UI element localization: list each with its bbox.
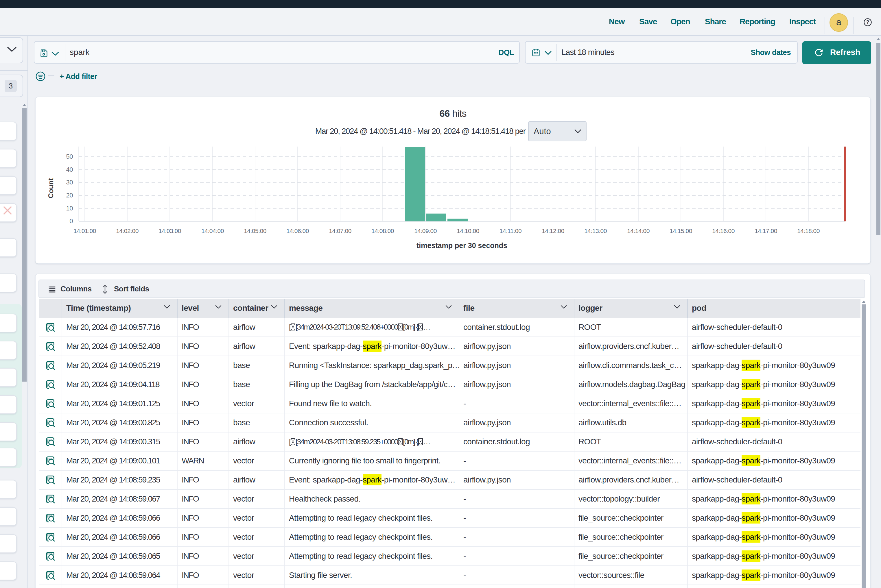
svg-text:?: ? [866,20,869,25]
